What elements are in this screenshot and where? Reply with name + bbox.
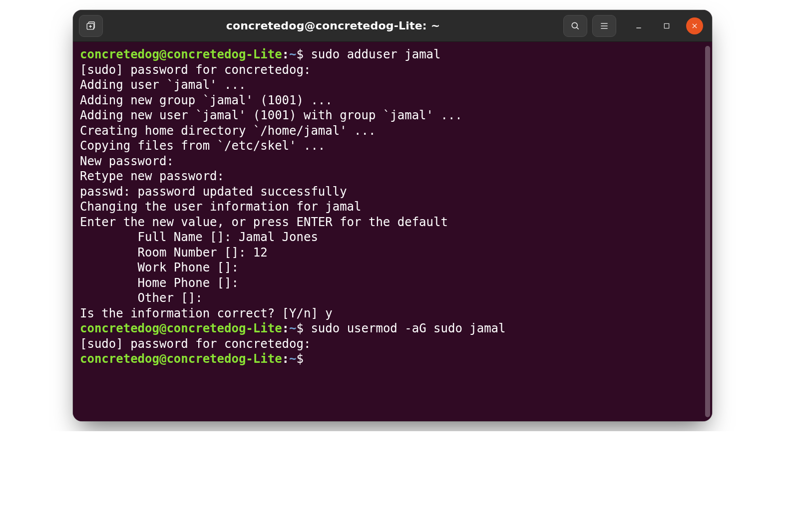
minimize-button[interactable] [630,17,647,34]
scrollbar-thumb[interactable] [705,46,710,417]
new-tab-button[interactable] [79,15,103,37]
search-button[interactable] [563,15,587,37]
svg-point-1 [572,22,577,28]
menu-button[interactable] [592,15,616,37]
terminal-window: concretedog@concretedog-Lite: ~ [73,10,712,421]
close-button[interactable] [686,17,703,34]
maximize-icon [663,22,670,29]
terminal-output: concretedog@concretedog-Lite:~$ sudo add… [80,47,705,367]
window-controls [630,17,703,34]
hamburger-icon [599,21,609,31]
window-title: concretedog@concretedog-Lite: ~ [109,19,557,32]
terminal-viewport[interactable]: concretedog@concretedog-Lite:~$ sudo add… [73,42,712,421]
search-icon [570,21,580,31]
new-tab-icon [85,20,96,31]
minimize-icon [635,22,643,30]
titlebar: concretedog@concretedog-Lite: ~ [73,10,712,42]
svg-rect-2 [664,23,669,28]
toolbar-group [563,15,616,37]
close-icon [691,22,698,29]
scrollbar[interactable] [705,46,710,417]
maximize-button[interactable] [658,17,675,34]
